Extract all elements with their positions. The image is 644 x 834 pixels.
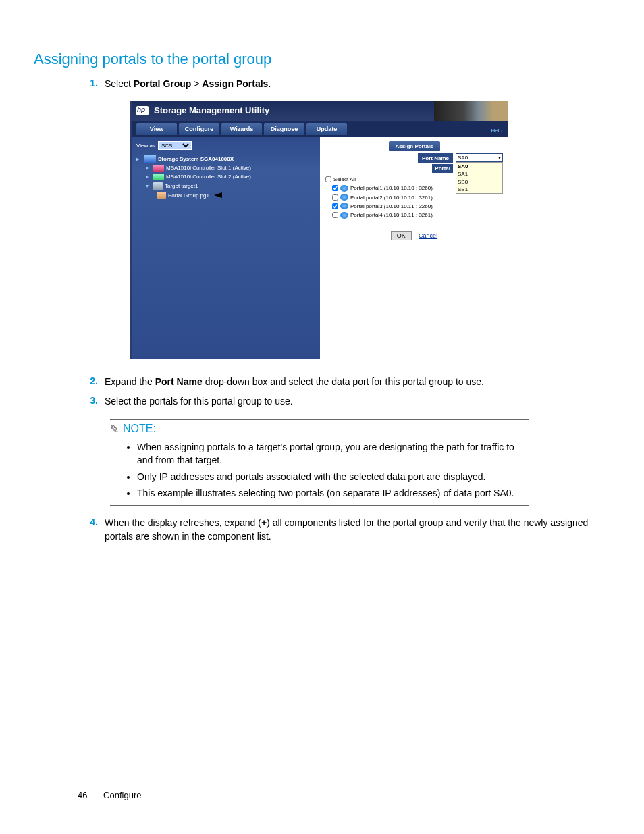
portal-icon [340,212,348,219]
note-item-3: This example illustrates selecting two p… [137,487,529,500]
tree-target[interactable]: Target target1 [165,182,198,190]
section-title: Assigning portals to the portal group [34,51,610,68]
portname-label: Port Name [418,153,453,163]
cancel-link[interactable]: Cancel [419,232,437,239]
step-2: 2. Expand the Port Name drop-down box an… [84,375,610,389]
step-1-sep: > [191,78,202,89]
divider [110,419,529,420]
note-item-1: When assigning portals to a target's por… [137,441,529,467]
portal3-label: Portal portal3 (10.10.10.11 : 3260) [350,203,433,210]
pointer-arrow-icon [214,192,222,198]
step-4-prefix: When the display refreshes, expand ( [105,517,261,528]
app-titlebar: Storage Management Utility [132,101,508,121]
step-1-prefix: Select [105,78,134,89]
portname-dropdown[interactable]: SA0 [456,153,503,162]
step-2-prefix: Expand the [105,376,155,387]
portal1-checkbox[interactable] [332,185,338,191]
page-footer: 46 Configure [78,790,141,800]
step-1-suffix: . [268,78,271,89]
target-icon [153,182,163,190]
controller-icon [153,165,164,172]
header-photo [434,101,508,121]
note-item-2: Only IP addresses and portals associated… [137,471,529,484]
controller-icon [153,174,164,180]
assign-portals-button[interactable]: Assign Portals [388,141,439,151]
help-link[interactable]: Help [491,127,504,135]
divider [110,505,529,506]
hp-logo-icon [136,106,149,115]
step-2-num: 2. [84,375,105,386]
note-title: NOTE: [123,423,156,435]
viewas-label: View as [136,142,155,149]
step-4-b1: + [261,517,267,528]
portal-label: Portal [432,164,453,173]
selectall-checkbox[interactable] [325,176,331,182]
step-1: 1. Select Portal Group > Assign Portals.… [84,78,610,369]
portal2-label: Portal portal2 (10.10.10.10 : 3261) [350,194,433,201]
portal3-checkbox[interactable] [332,203,338,209]
expander-icon[interactable]: ▸ [136,155,142,163]
note-icon: ✎ [110,423,119,436]
dd-opt-sa0[interactable]: SA0 [456,163,502,170]
step-3-num: 3. [84,395,105,406]
tree-pane: View as SCSI ▸ Storage System SGA041000X… [132,137,320,359]
step-2-b1: Port Name [155,376,203,387]
portal-icon [340,185,348,192]
menu-diagnose[interactable]: Diagnose [264,123,304,136]
system-icon [144,155,156,163]
step-3: 3. Select the portals for this portal gr… [84,395,610,409]
portal1-label: Portal portal1 (10.10.10.10 : 3260) [350,184,433,192]
portal4-label: Portal portal4 (10.10.10.11 : 3261) [350,211,433,219]
menu-view[interactable]: View [136,123,177,136]
app-title: Storage Management Utility [154,105,269,117]
tree-system[interactable]: Storage System SGA041000X [158,155,234,163]
expander-icon[interactable]: ▾ [146,182,151,190]
note-box: ✎ NOTE: When assigning portals to a targ… [110,419,529,506]
step-3-text: Select the portals for this portal group… [105,395,610,409]
footer-section: Configure [103,790,141,800]
portal4-checkbox[interactable] [332,212,338,218]
step-4: 4. When the display refreshes, expand (+… [84,517,610,543]
expander-icon[interactable]: ▸ [146,164,151,172]
expander-icon[interactable]: ▸ [146,173,151,180]
menu-configure[interactable]: Configure [179,123,219,136]
ok-button[interactable]: OK [391,231,412,240]
portal-icon [340,194,348,201]
step-1-num: 1. [84,78,105,88]
step-4-num: 4. [84,517,105,527]
app-menubar: View Configure Wizards Diagnose Update H… [132,121,508,138]
portal-icon [340,203,348,209]
selectall-label: Select All [333,176,356,183]
step-1-b2: Assign Portals [202,78,268,89]
step-2-suffix: drop-down box and select the data port f… [203,376,484,387]
tree-portalgroup[interactable]: Portal Group pg1 [168,192,209,199]
viewas-select[interactable]: SCSI [158,141,192,150]
portal2-checkbox[interactable] [332,194,338,201]
page-number: 46 [78,790,87,800]
tree-ctrl2[interactable]: MSA1510i Controller Slot 2 (Active) [166,173,251,180]
portalgroup-icon [157,192,166,199]
detail-pane: Assign Portals Port Name SA0 SA0 SA1 SB0 [320,137,508,359]
menu-update[interactable]: Update [306,123,347,136]
step-1-b1: Portal Group [134,78,192,89]
tree-ctrl1[interactable]: MSA1510i Controller Slot 1 (Active) [166,164,251,172]
menu-wizards[interactable]: Wizards [221,123,262,136]
app-screenshot: Storage Management Utility View Configur… [130,101,508,359]
